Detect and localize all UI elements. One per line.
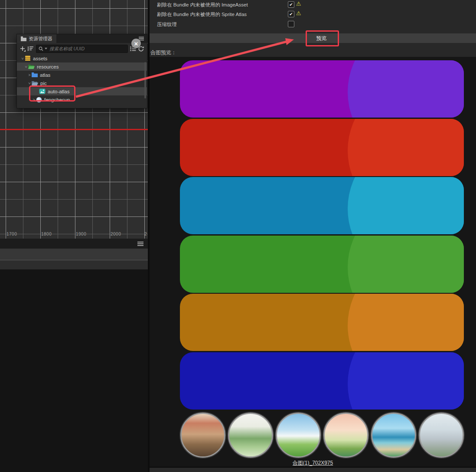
thumbnail-pagoda-garden [228,413,273,458]
folder-icon [21,36,26,41]
thumbnail-cathedral [419,413,464,458]
thumbnail-windmill-hill [276,413,321,458]
ruler-label: 1700 [7,232,17,236]
atlas-bar-2 [180,119,464,176]
tree-item-label: assets [33,56,47,61]
ruler-label: 1800 [41,232,52,236]
ruler-label: 1900 [76,232,86,236]
checkbox-unchecked[interactable] [288,21,294,27]
folder-open-icon [32,81,38,86]
setting-row: 压缩纹理 [150,20,476,28]
bar-highlight-blob [348,236,464,293]
checkbox-checked[interactable]: ✔ [288,11,294,17]
atlas-bar-3 [180,177,464,234]
atlas-bar-6 [180,352,464,410]
bar-highlight-blob [348,119,464,176]
atlas-bar-5 [180,294,464,351]
scene-red-guide-line [0,129,148,130]
atlas-preview-canvas: 合图(1)_702X975 [150,57,476,466]
bar-highlight-blob [348,294,464,351]
search-filter-caret-icon[interactable] [45,48,47,49]
warning-icon: ⚠ [296,10,301,16]
search-box[interactable] [36,45,128,53]
warning-icon: ⚠ [296,0,301,7]
bundle-settings: 剔除在 Bundle 内未被使用的 ImageAsset ✔ ⚠ 剔除在 Bun… [150,0,476,57]
bar-highlight-blob [348,177,464,234]
bar-highlight-blob [348,352,464,410]
tree-item-atlas[interactable]: > atlas [17,71,147,79]
setting-label: 压缩纹理 [157,21,177,28]
bundle-icon [25,56,31,61]
chevron-down-icon[interactable]: > [27,81,32,85]
chevron-right-icon[interactable]: > [27,73,32,77]
chevron-down-icon[interactable]: > [20,56,25,61]
bottom-status-bar [150,467,476,472]
add-asset-icon[interactable] [20,46,26,52]
thumbnail-seaside-shore [371,413,416,458]
atlas-bar-4 [180,236,464,293]
lower-panel-row-2 [0,260,148,269]
setting-label: 剔除在 Bundle 内未被使用的 ImageAsset [157,2,248,8]
panel-scrollbar-thumb[interactable] [144,62,146,98]
thumbnail-travelers-walking [323,413,368,458]
folder-open-icon [28,64,35,69]
tab-assets-manager[interactable]: 资源管理器 [17,34,56,43]
ruler-label: 2000 [111,232,121,236]
assets-panel-header: 资源管理器 [17,34,147,43]
timeline-header-bar [0,239,148,249]
atlas-bar-1 [180,60,464,118]
chevron-down-icon[interactable]: > [24,65,28,69]
atlas-result-link[interactable]: 合图(1)_702X975 [150,459,476,467]
close-icon[interactable]: × [131,39,141,48]
thumbnail-cafe-terrace [180,413,225,458]
highlight-box-preview-button [306,30,339,46]
tab-title: 资源管理器 [29,36,52,42]
atlas-preview-label: 合图预览： [150,49,176,56]
lower-panel-row [0,249,148,260]
tree-item-label: atlas [40,72,50,78]
tree-item-assets[interactable]: > assets [17,54,147,62]
setting-row: 剔除在 Bundle 内未被使用的 ImageAsset ✔ ⚠ [150,1,476,9]
search-icon [39,46,43,51]
setting-label: 剔除在 Bundle 内未被使用的 Sprite Atlas [157,11,247,18]
tree-item-resources[interactable]: > resources [17,62,147,71]
tree-item-label: pic [40,81,47,86]
assets-toolbar [17,43,147,54]
ruler-label: 2 [144,232,147,236]
bar-highlight-blob [348,60,464,118]
panel-menu-icon[interactable] [137,242,143,246]
editor-window: 1700 1800 1900 2000 2 资源管理器 [0,0,476,472]
search-input[interactable] [49,46,125,52]
tree-item-label: resources [37,64,59,69]
folder-icon [32,72,38,77]
checkbox-checked[interactable]: ✔ [288,1,294,8]
setting-row: 剔除在 Bundle 内未被使用的 Sprite Atlas ✔ ⚠ [150,10,476,18]
build-settings-panel: 剔除在 Bundle 内未被使用的 ImageAsset ✔ ⚠ 剔除在 Bun… [150,0,476,472]
sort-assets-icon[interactable] [28,46,34,51]
highlight-box-auto-atlas [29,85,75,102]
